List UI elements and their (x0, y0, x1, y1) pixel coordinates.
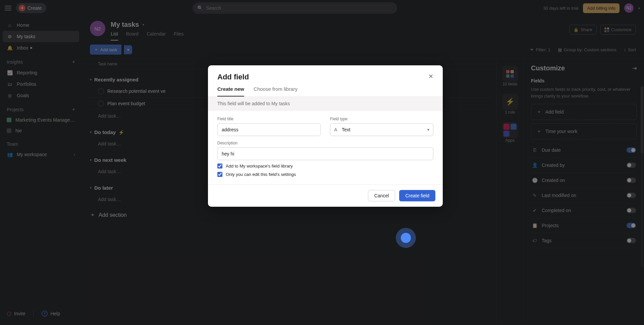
field-type-select[interactable] (330, 123, 433, 136)
field-type-label: Field type (330, 117, 433, 121)
modal-title: Add field (217, 73, 249, 81)
field-title-input[interactable] (217, 123, 321, 136)
description-label: Description (217, 141, 433, 145)
create-field-button[interactable]: Create field (399, 190, 435, 201)
only-you-edit-checkbox[interactable]: Only you can edit this field's settings (217, 172, 433, 177)
cancel-button[interactable]: Cancel (368, 190, 395, 201)
tab-create-new[interactable]: Create new (217, 86, 244, 96)
close-icon[interactable]: ✕ (428, 73, 433, 80)
checkbox-icon[interactable] (217, 172, 222, 177)
add-to-library-checkbox[interactable]: Add to My workspace's field library (217, 164, 433, 169)
add-field-modal: Add field ✕ Create new Choose from libra… (208, 65, 443, 207)
text-type-icon: A (334, 127, 337, 132)
tab-choose-library[interactable]: Choose from library (254, 86, 298, 96)
field-title-label: Field title (217, 117, 321, 121)
description-input[interactable] (217, 147, 433, 160)
modal-banner: This field will be added to My tasks (208, 96, 443, 111)
checkbox-icon[interactable] (217, 164, 222, 169)
